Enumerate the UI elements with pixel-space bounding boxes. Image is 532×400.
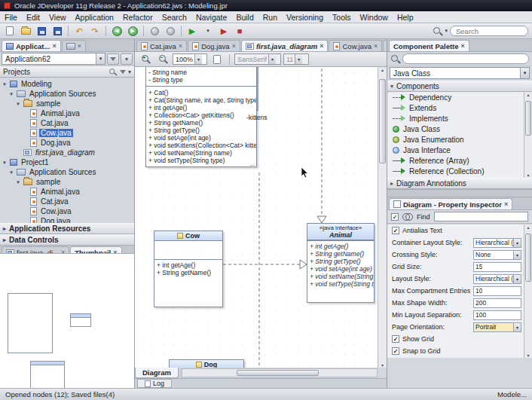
checkbox-checked-icon[interactable]: ✓ [392,335,399,343]
close-icon[interactable]: × [461,43,465,50]
scroll-down-icon[interactable]: ▾ [527,353,529,358]
zoom-in-button[interactable]: + [138,53,153,66]
undo-button[interactable]: ↶ [72,25,87,38]
tree-item-sample-2[interactable]: ▾ sample [0,177,134,187]
menu-tools[interactable]: Tools [328,12,356,23]
scroll-up-icon[interactable]: ▴ [381,67,384,72]
editor-tab-cat-java[interactable]: Cat.java × [136,40,187,51]
tree-item-dog-java[interactable]: Dog.java [0,138,134,148]
uml-class-cow[interactable]: Cow + int getAge() + String getName() [154,231,223,307]
property-min-layout-separation[interactable]: Min Layout Separation: 100 [387,309,532,321]
inspector-union-mode-icon[interactable]: ✓ [391,213,399,221]
editor-tab-cow-java[interactable]: Cow.java × [329,40,382,51]
scrollbar-thumb[interactable] [237,370,318,376]
palette-item-implements[interactable]: Implements [387,113,532,124]
canvas-horizontal-scrollbar[interactable] [182,368,378,377]
palette-item-reference-collection[interactable]: Reference (Collection) [387,166,532,176]
menu-window[interactable]: Window [356,12,393,23]
projects-menu-chevron-icon[interactable]: ▾ [128,69,131,75]
property-value-field[interactable]: 10 [473,286,521,296]
scrollbar-thumb[interactable] [379,79,386,163]
property-value-field[interactable]: 15 [473,262,521,272]
tree-item-animal-java[interactable]: Animal.java [0,108,134,118]
projects-filter-icon[interactable] [120,70,126,74]
tree-item-project1[interactable]: ▾ Project1 [0,157,134,167]
property-value-field[interactable]: 100 [473,310,521,320]
association-label-kittens[interactable]: -kittens [246,114,267,121]
property-antialias-text[interactable]: ✓ Antialias Text [387,224,532,237]
run-button[interactable]: ▶ [185,25,200,38]
menu-search[interactable]: Search [157,12,191,23]
back-button[interactable]: ◀ [109,25,124,38]
tree-item-sample[interactable]: ▾ sample [0,99,134,108]
close-icon[interactable]: × [232,43,236,50]
editor-tab-first-java-diagram[interactable]: first.java_diagram × [241,40,329,51]
property-show-grid[interactable]: ✓ Show Grid [387,333,532,345]
expand-icon[interactable]: ▾ [8,91,14,97]
palette-item-java-class[interactable]: Java Class [387,124,532,134]
search-input[interactable] [450,26,528,36]
editor-tab-dog-java[interactable]: Dog.java × [188,40,240,51]
property-value-dropdown[interactable]: Hierarchical ( Bottom... ▾ [473,238,521,248]
palette-item-reference-array[interactable]: Reference (Array) [387,155,532,166]
search-options-chevron-icon[interactable]: ▾ [445,28,448,34]
tree-item-cow-java-2[interactable]: Cow.java [0,206,134,216]
navigator-tab-2[interactable]: × [62,40,86,51]
property-snap-to-grid[interactable]: ✓ Snap to Grid [387,345,532,357]
application-resources-section[interactable]: ▸ Application Resources [0,223,134,234]
inspector-find-input[interactable] [434,212,528,221]
menu-help[interactable]: Help [393,12,418,23]
palette-item-dependency[interactable]: Dependency [387,92,532,102]
application-selector[interactable]: Application62 ▾ [2,53,105,65]
tree-item-cat-java-2[interactable]: Cat.java [0,197,134,206]
search-icon[interactable] [433,26,442,36]
font-name-select[interactable]: SansSerif ▾ [234,53,281,65]
diagram-canvas[interactable]: - String name - String type + Cat() + Ca… [135,67,378,368]
run-menu-button[interactable]: ▾ [200,25,216,38]
property-value-field[interactable]: 200 [473,298,521,308]
palette-page-select[interactable]: Java Class ▾ [390,67,530,79]
menu-refactor[interactable]: Refactor [118,12,157,23]
scroll-down-icon[interactable]: ▾ [527,173,529,178]
menu-edit[interactable]: Edit [22,12,44,23]
uml-more-indicator[interactable]: ... [249,160,255,167]
uml-class-cat[interactable]: - String name - String type + Cat() + Ca… [145,67,257,167]
tree-item-modeling[interactable]: ▾ Modeling [0,79,134,89]
palette-search-input[interactable] [402,53,529,64]
stop-button[interactable]: ■ [232,25,247,38]
palette-item-java-interface[interactable]: Java Interface [387,145,532,155]
build-button[interactable] [147,25,162,38]
menu-build[interactable]: Build [231,12,258,23]
canvas-vertical-scrollbar[interactable]: ▴ ▾ [378,67,387,368]
property-inspector-tab[interactable]: Diagram - Property Inspector × [389,198,512,209]
property-max-shape-width[interactable]: Max Shape Width: 200 [387,297,532,309]
scroll-up-icon[interactable]: ▴ [527,224,529,230]
checkbox-checked-icon[interactable]: ✓ [392,227,399,234]
property-container-layout-style[interactable]: Container Layout Style: Hierarchical ( B… [387,237,532,249]
expand-icon[interactable]: ▾ [2,160,8,166]
debug-button[interactable]: ▶ [216,25,231,38]
scrollbar-thumb[interactable] [525,101,531,136]
navigator-menu-button[interactable]: ▾ [121,53,133,65]
menu-versioning[interactable]: Versioning [282,12,328,23]
close-icon[interactable]: × [179,43,182,50]
scroll-down-icon[interactable]: ▾ [381,362,384,368]
panel-splitter[interactable] [387,189,532,197]
close-icon[interactable]: × [374,43,378,50]
projects-search-icon[interactable] [109,68,116,75]
close-icon[interactable]: × [52,43,56,50]
expand-icon[interactable]: ▾ [15,101,21,107]
title-bar[interactable]: Oracle JDeveloper 11g Release 2 - Applic… [0,0,532,11]
zoom-out-button[interactable]: − [155,53,170,66]
scrollbar-thumb[interactable] [525,234,531,282]
fit-to-window-button[interactable] [209,53,225,66]
font-size-select[interactable]: 11 ▾ [283,53,309,65]
zoom-level-select[interactable]: 100% ▾ [173,53,207,65]
property-value-dropdown[interactable]: None ▾ [473,250,521,260]
property-value-dropdown[interactable]: Portrait ▾ [473,322,521,332]
expand-icon[interactable]: ▾ [15,179,21,185]
tree-item-cow-java[interactable]: Cow.java [0,128,134,138]
inspector-scrollbar[interactable]: ▴ ▾ [524,224,532,358]
uml-interface-animal[interactable]: «java interface» Animal + int getAge() +… [307,223,375,303]
property-value-dropdown[interactable]: Hierarchical ( Bottom... ▾ [473,274,521,284]
